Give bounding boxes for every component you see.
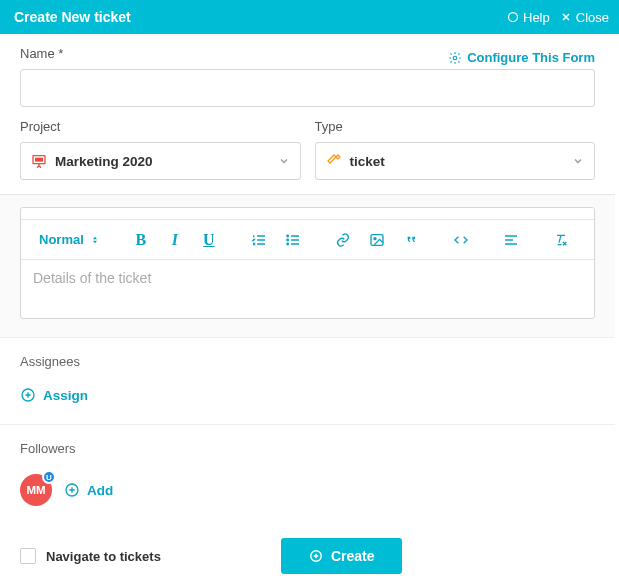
- align-button[interactable]: [494, 224, 528, 256]
- name-label: Name *: [20, 46, 63, 61]
- svg-point-5: [287, 235, 289, 237]
- close-button[interactable]: Close: [560, 10, 609, 25]
- add-follower-button[interactable]: Add: [64, 482, 113, 498]
- type-selected-text: ticket: [350, 154, 385, 169]
- create-label: Create: [331, 548, 375, 564]
- footer: Navigate to tickets Create: [0, 538, 615, 574]
- sort-icon: [90, 234, 100, 246]
- modal-body[interactable]: Name * Configure This Form Project Marke…: [0, 34, 619, 576]
- plus-circle-icon: [64, 482, 80, 498]
- svg-point-1: [512, 16, 515, 19]
- navigate-label: Navigate to tickets: [46, 549, 161, 564]
- project-select[interactable]: Marketing 2020: [20, 142, 301, 180]
- avatar-initials: MM: [26, 484, 45, 496]
- chevron-down-icon: [278, 155, 290, 167]
- navigate-checkbox[interactable]: Navigate to tickets: [20, 548, 161, 564]
- configure-form-button[interactable]: Configure This Form: [448, 50, 595, 65]
- create-button[interactable]: Create: [281, 538, 403, 574]
- project-label: Project: [20, 119, 301, 134]
- assignees-section: Assignees Assign: [0, 337, 615, 424]
- svg-point-9: [374, 237, 376, 239]
- assign-label: Assign: [43, 388, 88, 403]
- editor-top-bar: [21, 208, 594, 220]
- project-selected-text: Marketing 2020: [55, 154, 153, 169]
- follower-avatar[interactable]: MM U: [20, 474, 52, 506]
- avatar-badge: U: [42, 470, 56, 484]
- type-label: Type: [315, 119, 596, 134]
- add-follower-label: Add: [87, 483, 113, 498]
- plus-circle-icon: [20, 387, 36, 403]
- link-button[interactable]: [326, 224, 360, 256]
- help-label: Help: [523, 10, 550, 25]
- type-select[interactable]: ticket: [315, 142, 596, 180]
- chevron-down-icon: [572, 155, 584, 167]
- rich-text-editor: Normal B I U Deta: [20, 207, 595, 319]
- svg-point-7: [287, 243, 289, 245]
- unordered-list-button[interactable]: [276, 224, 310, 256]
- followers-section: Followers MM U Add: [0, 424, 615, 524]
- svg-rect-4: [35, 158, 43, 162]
- name-input[interactable]: [20, 69, 595, 107]
- help-icon: [507, 11, 519, 23]
- svg-point-2: [453, 56, 457, 60]
- close-icon: [560, 11, 572, 23]
- modal-header: Create New ticket Help Close: [0, 0, 619, 34]
- clear-format-button[interactable]: [544, 224, 578, 256]
- gear-icon: [448, 51, 462, 65]
- image-button[interactable]: [360, 224, 394, 256]
- svg-point-6: [287, 239, 289, 241]
- configure-form-label: Configure This Form: [467, 50, 595, 65]
- plus-circle-icon: [309, 549, 323, 563]
- underline-button[interactable]: U: [192, 224, 226, 256]
- bold-button[interactable]: B: [124, 224, 158, 256]
- presentation-icon: [31, 153, 47, 169]
- code-button[interactable]: [444, 224, 478, 256]
- format-dropdown[interactable]: Normal: [31, 228, 108, 251]
- ticket-icon: [326, 153, 342, 169]
- modal-title: Create New ticket: [14, 9, 497, 25]
- format-label: Normal: [39, 232, 84, 247]
- assign-button[interactable]: Assign: [20, 387, 88, 403]
- help-button[interactable]: Help: [507, 10, 550, 25]
- assignees-label: Assignees: [20, 354, 595, 369]
- quote-button[interactable]: [394, 224, 428, 256]
- followers-label: Followers: [20, 441, 595, 456]
- close-label: Close: [576, 10, 609, 25]
- italic-button[interactable]: I: [158, 224, 192, 256]
- editor-toolbar: Normal B I U: [21, 220, 594, 260]
- editor-textarea[interactable]: Details of the ticket: [21, 260, 594, 318]
- checkbox-box: [20, 548, 36, 564]
- ordered-list-button[interactable]: [242, 224, 276, 256]
